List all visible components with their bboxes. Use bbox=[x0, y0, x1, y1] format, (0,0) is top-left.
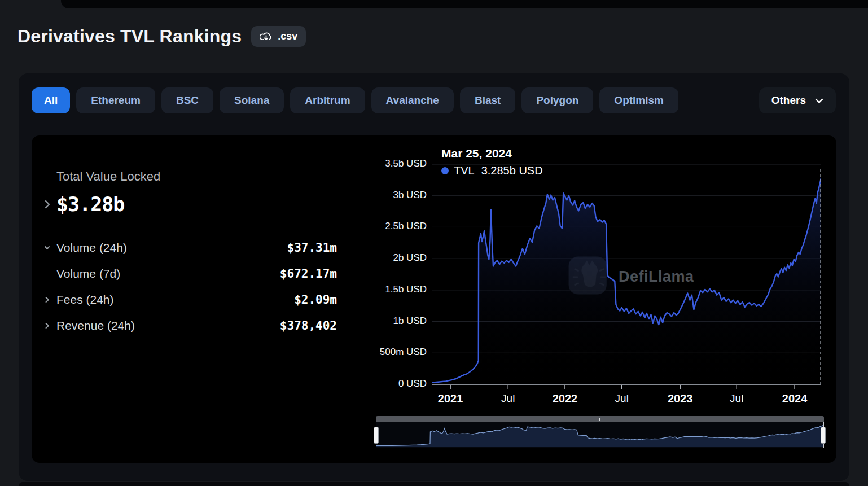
tvl-chart-card: Total Value Locked $3.28b Volume (24h)$3… bbox=[32, 135, 836, 463]
tvl-label: Total Value Locked bbox=[56, 169, 337, 184]
y-axis-label: 2b USD bbox=[356, 252, 427, 264]
x-axis-label: Jul bbox=[597, 392, 647, 405]
chevron-right-icon bbox=[44, 321, 56, 330]
y-axis-label: 1.5b USD bbox=[356, 284, 427, 295]
stat-label: Revenue (24h) bbox=[56, 319, 135, 332]
tvl-area-chart[interactable] bbox=[432, 164, 821, 392]
chain-filter-row: AllEthereumBSCSolanaArbitrumAvalancheBla… bbox=[19, 73, 849, 113]
tvl-value: $3.28b bbox=[56, 193, 124, 216]
x-axis-label: Jul bbox=[711, 392, 762, 405]
tooltip-series-name: TVL bbox=[454, 164, 475, 177]
stat-value: $37.31m bbox=[287, 241, 337, 255]
x-axis-label: Jul bbox=[483, 392, 533, 405]
filter-chip-avalanche[interactable]: Avalanche bbox=[371, 87, 454, 113]
page-title: Derivatives TVL Rankings bbox=[17, 26, 242, 47]
minimap-chart bbox=[376, 422, 823, 447]
others-dropdown[interactable]: Others bbox=[759, 87, 836, 113]
stat-label: Volume (7d) bbox=[56, 267, 120, 281]
filter-chip-optimism[interactable]: Optimism bbox=[599, 87, 678, 113]
chevron-down-icon bbox=[815, 94, 823, 107]
y-axis-label: 1b USD bbox=[356, 316, 427, 327]
stat-row-volume-24h-[interactable]: Volume (24h)$37.31m bbox=[44, 240, 337, 255]
stat-value: $2.09m bbox=[294, 293, 337, 307]
page-header: Derivatives TVL Rankings .csv bbox=[17, 26, 306, 47]
stat-row-volume-7d-[interactable]: Volume (7d)$672.17m bbox=[44, 266, 337, 281]
rankings-panel: AllEthereumBSCSolanaArbitrumAvalancheBla… bbox=[19, 73, 849, 481]
chart-tooltip: Mar 25, 2024 TVL 3.285b USD bbox=[441, 147, 543, 177]
filter-chip-all[interactable]: All bbox=[32, 87, 70, 113]
tooltip-date: Mar 25, 2024 bbox=[441, 147, 543, 160]
y-axis-label: 500m USD bbox=[356, 347, 427, 358]
chevron-right-icon bbox=[44, 295, 56, 304]
next-section-edge bbox=[19, 482, 849, 486]
series-dot-icon bbox=[441, 167, 449, 174]
stats-panel: Total Value Locked $3.28b Volume (24h)$3… bbox=[32, 135, 356, 463]
chart-pane[interactable]: Mar 25, 2024 TVL 3.285b USD bbox=[356, 135, 836, 463]
x-axis-label: 2022 bbox=[540, 392, 590, 405]
top-banner-strip bbox=[61, 0, 868, 8]
x-axis-label: 2023 bbox=[655, 392, 705, 405]
stat-label: Fees (24h) bbox=[56, 293, 114, 307]
x-axis-label: 2024 bbox=[769, 392, 820, 405]
filter-chip-arbitrum[interactable]: Arbitrum bbox=[290, 87, 365, 113]
y-axis-label: 2.5b USD bbox=[356, 221, 427, 232]
stat-label: Volume (24h) bbox=[56, 241, 127, 255]
y-axis-label: 0 USD bbox=[356, 378, 427, 389]
download-csv-button[interactable]: .csv bbox=[251, 26, 306, 47]
filter-chip-bsc[interactable]: BSC bbox=[161, 87, 213, 113]
y-axis-label: 3.5b USD bbox=[356, 158, 427, 169]
chart-range-slider[interactable] bbox=[376, 416, 824, 448]
stats-rows: Volume (24h)$37.31mVolume (7d)$672.17mFe… bbox=[44, 240, 337, 332]
brush-grip[interactable] bbox=[376, 416, 824, 422]
chevron-down-icon bbox=[44, 243, 56, 252]
x-axis-label: 2021 bbox=[425, 392, 476, 405]
stat-row-fees-24h-[interactable]: Fees (24h)$2.09m bbox=[44, 292, 337, 307]
stat-row-revenue-24h-[interactable]: Revenue (24h)$378,402 bbox=[44, 318, 337, 332]
stat-value: $672.17m bbox=[280, 267, 337, 281]
stat-value: $378,402 bbox=[280, 319, 337, 332]
brush-handle-left[interactable] bbox=[374, 427, 379, 444]
tooltip-series-value: 3.285b USD bbox=[481, 164, 543, 177]
filter-chip-ethereum[interactable]: Ethereum bbox=[76, 87, 155, 113]
brush-handle-right[interactable] bbox=[821, 427, 826, 444]
brush-minimap[interactable] bbox=[376, 422, 824, 448]
filter-chip-solana[interactable]: Solana bbox=[220, 87, 284, 113]
tvl-total-row[interactable]: $3.28b bbox=[44, 193, 337, 216]
y-axis-label: 3b USD bbox=[356, 190, 427, 201]
filter-chip-blast[interactable]: Blast bbox=[460, 87, 515, 113]
filter-chip-polygon[interactable]: Polygon bbox=[521, 87, 593, 113]
download-icon bbox=[260, 31, 273, 42]
chevron-right-icon bbox=[44, 199, 56, 210]
